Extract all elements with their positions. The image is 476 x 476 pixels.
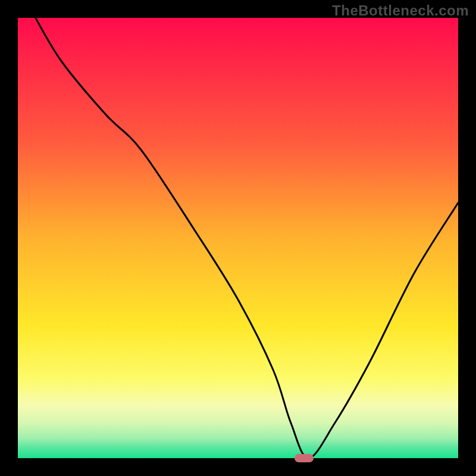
- bottleneck-curve: [18, 18, 458, 458]
- plot-area: [18, 18, 458, 458]
- watermark-text: TheBottleneck.com: [332, 2, 469, 19]
- chart-frame: TheBottleneck.com: [0, 0, 476, 476]
- optimum-marker: [295, 454, 314, 462]
